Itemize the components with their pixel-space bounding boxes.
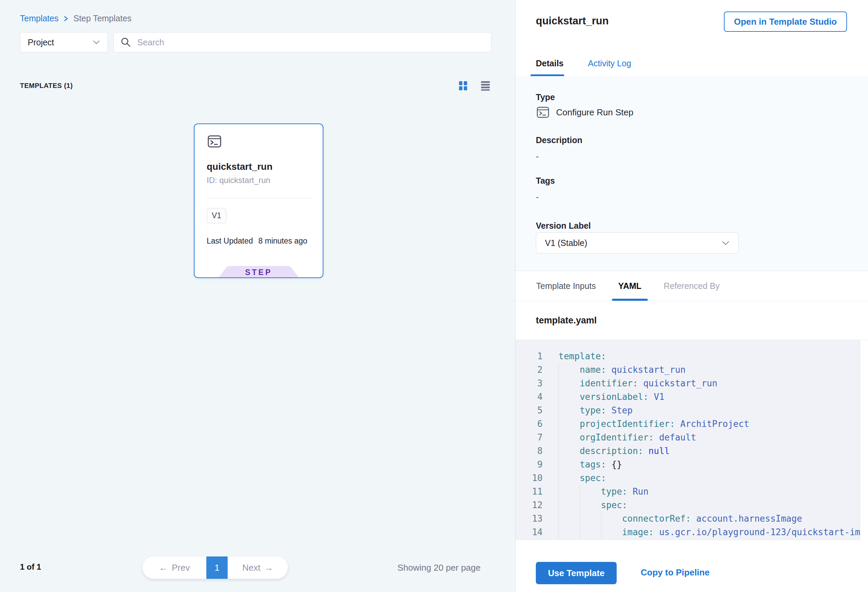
panel-footer: Use Template Copy to Pipeline (515, 540, 868, 592)
yaml-line: type: Run (558, 485, 868, 498)
version-label: Version Label (536, 221, 591, 231)
chevron-down-icon (722, 241, 730, 246)
yaml-line-number: 1 (515, 350, 543, 363)
search-input[interactable] (137, 37, 484, 48)
yaml-code-lines: template: name: quickstart_run identifie… (558, 350, 868, 539)
last-updated-label: Last Updated (207, 236, 253, 246)
yaml-line-number: 9 (515, 458, 543, 471)
yaml-line: spec: (558, 471, 868, 485)
run-step-icon (536, 105, 550, 120)
chevron-right-icon (63, 15, 69, 23)
yaml-line-number: 14 (515, 526, 543, 539)
yaml-line: type: Step (558, 404, 868, 417)
tab-template-inputs[interactable]: Template Inputs (536, 271, 596, 301)
search-icon (120, 37, 131, 48)
panel-header: quickstart_run Open in Template Studio (515, 0, 868, 51)
version-select[interactable]: V1 (Stable) (536, 232, 739, 253)
page-1-button[interactable]: 1 (206, 557, 228, 579)
details-section: Type Configure Run Step Description - Ta… (515, 76, 868, 271)
yaml-line-number: 3 (515, 376, 543, 390)
version-select-value: V1 (Stable) (545, 238, 587, 248)
type-row: Configure Run Step (536, 105, 633, 120)
yaml-line: connectorRef: account.harnessImage (558, 512, 868, 526)
yaml-line-number: 8 (515, 444, 543, 458)
next-label: Next (242, 562, 260, 573)
template-card[interactable]: quickstart_run ID: quickstart_run V1 Las… (194, 124, 323, 278)
yaml-line: tags: {} (558, 458, 868, 471)
step-banner: STEP (218, 266, 300, 278)
copy-to-pipeline-link[interactable]: Copy to Pipeline (641, 567, 710, 578)
yaml-file-header: template.yaml (515, 301, 868, 340)
tab-activity-log[interactable]: Activity Log (588, 51, 631, 76)
yaml-line-number: 6 (515, 417, 543, 431)
tags-label: Tags (536, 176, 555, 186)
arrow-left-icon: ← (159, 562, 168, 573)
yaml-line: image: us.gcr.io/playground-123/quicksta… (558, 526, 868, 539)
tab-yaml[interactable]: YAML (619, 271, 642, 301)
step-banner-label: STEP (218, 268, 300, 277)
prev-label: Prev (172, 562, 190, 573)
search-box (113, 32, 492, 52)
yaml-line-number: 12 (515, 498, 543, 512)
card-last-updated: Last Updated 8 minutes ago (207, 236, 307, 246)
description-value: - (536, 151, 539, 162)
yaml-line-number: 11 (515, 485, 543, 498)
card-title: quickstart_run (207, 161, 273, 172)
breadcrumb-current: Step Templates (74, 13, 131, 23)
page-count: 1 of 1 (20, 562, 41, 572)
yaml-line-number: 13 (515, 512, 543, 526)
panel-title: quickstart_run (536, 15, 608, 27)
description-label: Description (536, 135, 583, 145)
grid-view-icon[interactable] (457, 80, 469, 92)
card-divider (207, 198, 312, 198)
yaml-line: orgIdentifier: default (558, 431, 868, 444)
next-page-button[interactable]: Next → (228, 557, 288, 579)
yaml-editor: 1234567891011121314 template: name: quic… (515, 340, 868, 540)
yaml-line: projectIdentifier: ArchitProject (558, 417, 868, 431)
yaml-tabs: Template Inputs YAML Referenced By (515, 271, 868, 301)
app-root: Templates Step Templates Project TEMPLAT… (0, 0, 868, 592)
yaml-line: name: quickstart_run (558, 363, 868, 376)
breadcrumb-templates-link[interactable]: Templates (20, 13, 59, 23)
open-in-template-studio-button[interactable]: Open in Template Studio (724, 12, 847, 32)
template-list-pane: Templates Step Templates Project TEMPLAT… (0, 0, 515, 592)
templates-count-label: TEMPLATES (1) (20, 82, 73, 90)
yaml-line: description: null (558, 444, 868, 458)
yaml-line: spec: (558, 498, 868, 512)
template-details-panel: quickstart_run Open in Template Studio D… (515, 0, 868, 592)
indent-guide (580, 485, 580, 539)
yaml-line: identifier: quickstart_run (558, 376, 868, 390)
view-toggles (457, 80, 491, 92)
yaml-line-number: 5 (515, 404, 543, 417)
breadcrumb: Templates Step Templates (20, 13, 131, 23)
vertical-scrollbar[interactable] (860, 340, 868, 540)
indent-guide (601, 512, 601, 539)
yaml-line: template: (558, 350, 868, 363)
scope-select[interactable]: Project (20, 32, 108, 52)
arrow-right-icon: → (264, 562, 273, 573)
card-id: ID: quickstart_run (207, 176, 270, 185)
use-template-button[interactable]: Use Template (536, 562, 617, 584)
tab-referenced-by[interactable]: Referenced By (664, 271, 719, 301)
type-value: Configure Run Step (556, 107, 633, 118)
chevron-down-icon (93, 40, 100, 45)
yaml-line-number: 7 (515, 431, 543, 444)
tags-value: - (536, 192, 539, 202)
yaml-file-name: template.yaml (536, 315, 597, 326)
indent-guide (558, 363, 559, 539)
version-badge: V1 (207, 208, 226, 223)
tab-details[interactable]: Details (536, 51, 564, 76)
per-page-label: Showing 20 per page (397, 562, 481, 573)
yaml-line-number: 10 (515, 471, 543, 485)
last-updated-value: 8 minutes ago (258, 236, 307, 246)
list-view-icon[interactable] (480, 80, 491, 92)
pager: ← Prev 1 Next → (142, 557, 288, 579)
run-step-icon (207, 134, 222, 149)
yaml-line-number: 2 (515, 363, 543, 376)
scope-select-value: Project (28, 38, 54, 47)
details-tabs: Details Activity Log (515, 51, 868, 76)
yaml-line: versionLabel: V1 (558, 390, 868, 404)
yaml-line-number: 4 (515, 390, 543, 404)
prev-page-button[interactable]: ← Prev (142, 557, 206, 579)
type-label: Type (536, 92, 555, 102)
